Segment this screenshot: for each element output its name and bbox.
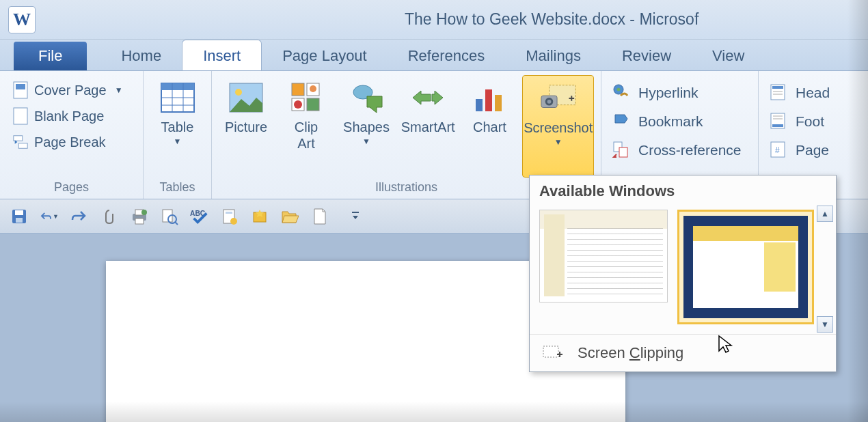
svg-rect-13 [292, 83, 304, 96]
table-button[interactable]: Table ▼ [150, 75, 205, 178]
spelling-icon[interactable]: ABC [190, 207, 209, 226]
attach-icon[interactable] [100, 207, 119, 226]
smartart-icon [409, 79, 446, 116]
chart-button[interactable]: Chart [462, 75, 517, 178]
clip-art-label: Clip Art [295, 119, 318, 152]
window-title: The How to Geek Website.docx - Microsof [405, 10, 699, 29]
scroll-down-button[interactable]: ▼ [817, 316, 833, 333]
available-windows-header: Available Windows [530, 175, 836, 204]
tab-view[interactable]: View [692, 40, 765, 70]
title-bar: W The How to Geek Website.docx - Microso… [0, 0, 868, 40]
svg-point-17 [294, 100, 302, 109]
svg-rect-56 [543, 346, 558, 357]
svg-point-26 [547, 100, 551, 104]
page-break-label: Page Break [34, 135, 106, 150]
footer-button[interactable]: Foot [765, 111, 834, 132]
hyperlink-button[interactable]: Hyperlink [608, 82, 746, 104]
page-number-icon: # [770, 141, 789, 160]
svg-rect-29 [619, 147, 627, 157]
hyperlink-label: Hyperlink [638, 85, 699, 101]
page-break-button[interactable]: Page Break [7, 131, 128, 153]
screen-clipping-button[interactable]: Screen Clipping [530, 334, 836, 371]
group-tables: Table ▼ Tables [144, 71, 212, 199]
svg-rect-2 [14, 108, 27, 124]
undo-icon[interactable]: ▼ [40, 207, 59, 226]
cross-reference-label: Cross-reference [638, 142, 742, 158]
smartart-button[interactable]: SmartArt [399, 75, 457, 178]
footer-icon [770, 112, 789, 131]
chart-label: Chart [473, 119, 506, 135]
page-number-label: Page [796, 142, 829, 158]
cover-page-button[interactable]: Cover Page ▼ [7, 79, 128, 101]
screen-clipping-icon [542, 345, 564, 361]
svg-rect-3 [14, 136, 23, 141]
word-app-icon[interactable]: W [8, 6, 36, 33]
header-button[interactable]: Head [765, 82, 834, 104]
svg-rect-6 [161, 83, 194, 90]
chart-icon [471, 79, 508, 116]
cover-page-label: Cover Page [34, 83, 107, 98]
chevron-down-icon: ▼ [174, 137, 182, 146]
picture-label: Picture [225, 119, 267, 135]
header-label: Head [796, 85, 830, 101]
clip-art-icon [288, 79, 325, 116]
window-thumbnail-1[interactable] [539, 210, 668, 303]
tab-insert[interactable]: Insert [182, 40, 262, 70]
save-icon[interactable] [10, 207, 29, 226]
group-tables-label: Tables [150, 178, 204, 197]
svg-point-15 [310, 85, 316, 92]
svg-point-46 [141, 210, 147, 215]
ribbon-tabs: File Home Insert Page Layout References … [0, 40, 868, 71]
svg-rect-37 [772, 124, 783, 127]
open-icon[interactable] [280, 207, 299, 226]
svg-rect-1 [16, 84, 25, 89]
quick-print-icon[interactable] [130, 207, 149, 226]
screenshot-dropdown-panel: Available Windows ▲ ▼ Screen Clipping [529, 175, 837, 372]
new-blank-icon[interactable] [310, 207, 329, 226]
screenshot-button[interactable]: Screenshot ▼ [522, 75, 594, 178]
svg-point-12 [235, 89, 242, 96]
scroll-up-button[interactable]: ▲ [817, 206, 833, 222]
tab-page-layout[interactable]: Page Layout [262, 40, 388, 70]
shapes-button[interactable]: Shapes ▼ [339, 75, 394, 178]
tab-references[interactable]: References [388, 40, 506, 70]
svg-line-49 [175, 222, 178, 225]
bookmark-icon [612, 112, 632, 131]
clip-art-button[interactable]: Clip Art [279, 75, 334, 178]
smartart-label: SmartArt [401, 119, 455, 135]
svg-rect-22 [495, 95, 502, 111]
cover-page-icon [12, 82, 29, 98]
svg-rect-18 [307, 98, 319, 111]
tab-home[interactable]: Home [100, 40, 182, 70]
new-button-icon[interactable] [250, 207, 269, 226]
table-label: Table [161, 119, 194, 135]
blank-page-label: Blank Page [34, 109, 104, 124]
page-break-icon [12, 134, 29, 150]
redo-icon[interactable] [70, 207, 89, 226]
screenshot-label: Screenshot [524, 119, 593, 136]
print-preview-icon[interactable] [160, 207, 179, 226]
tab-file[interactable]: File [14, 42, 87, 70]
tab-mailings[interactable]: Mailings [505, 40, 601, 70]
tab-review[interactable]: Review [601, 40, 692, 70]
group-pages: Cover Page ▼ Blank Page Page Break [0, 71, 144, 199]
svg-rect-21 [485, 89, 492, 111]
customize-qat-icon[interactable] [346, 207, 365, 226]
new-document-icon[interactable] [220, 207, 239, 226]
cross-reference-icon [612, 141, 632, 160]
screenshot-icon [540, 80, 577, 117]
picture-button[interactable]: Picture [219, 75, 273, 178]
chevron-down-icon: ▼ [362, 137, 370, 146]
svg-text:#: # [775, 145, 780, 155]
blank-page-button[interactable]: Blank Page [7, 105, 128, 127]
svg-rect-41 [15, 210, 23, 215]
header-icon [770, 83, 789, 102]
window-thumbnail-2[interactable] [677, 210, 814, 324]
svg-rect-20 [476, 99, 483, 111]
blank-page-icon [12, 108, 29, 124]
screen-clipping-label: Screen Clipping [578, 344, 683, 362]
page-number-button[interactable]: # Page [765, 139, 834, 161]
bookmark-button[interactable]: Bookmark [608, 111, 746, 132]
cross-reference-button[interactable]: Cross-reference [608, 139, 746, 161]
chevron-down-icon: ▼ [115, 85, 123, 95]
